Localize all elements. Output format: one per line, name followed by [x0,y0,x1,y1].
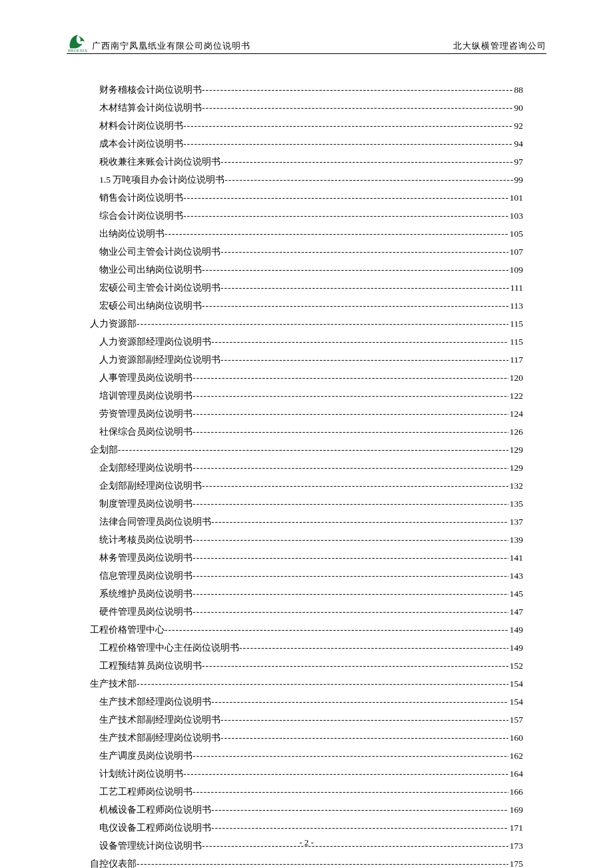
page-footer: - 2 - [0,837,613,848]
toc-entry: 综合会计岗位说明书 103 [90,207,523,225]
toc-entry: 宏硕公司出纳岗位说明书 113 [90,297,523,315]
toc-leader [165,621,508,639]
toc-entry: 人事管理员岗位说明书 120 [90,369,523,387]
toc-title: 税收兼往来账会计岗位说明书 [99,153,221,171]
toc-entry: 生产调度员岗位说明书 162 [90,747,523,765]
toc-leader [211,819,508,837]
toc-page-number: 92 [513,117,524,135]
toc-title: 成本会计岗位说明书 [99,135,183,153]
toc-title: 林务管理员岗位说明书 [99,549,193,567]
toc-title: 培训管理员岗位说明书 [99,387,193,405]
toc-leader [118,441,508,459]
page-number: - 2 - [299,837,314,847]
header-left: PHOENIX 广西南宁凤凰纸业有限公司岗位说明书 [67,33,251,52]
toc-entry: 计划统计岗位说明书 164 [90,765,523,783]
toc-leader [211,333,508,351]
toc-leader [193,549,508,567]
toc-page-number: 171 [508,819,523,837]
toc-entry: 企划部经理岗位说明书 129 [90,459,523,477]
toc-entry: 生产技术部经理岗位说明书 154 [90,693,523,711]
toc-title: 财务稽核会计岗位说明书 [99,81,202,99]
toc-title: 企划部 [90,441,118,459]
toc-page-number: 115 [508,315,523,333]
toc-title: 电仪设备工程师岗位说明书 [99,819,211,837]
toc-title: 社保综合员岗位说明书 [99,423,193,441]
toc-entry: 1.5 万吨项目办会计岗位说明书 99 [90,171,523,189]
toc-entry: 人力资源部 115 [90,315,523,333]
toc-title: 出纳岗位说明书 [99,225,165,243]
toc-title: 法律合同管理员岗位说明书 [99,513,211,531]
toc-leader [193,387,508,405]
toc-leader [202,477,508,495]
toc-entry: 自控仪表部 175 [90,855,523,868]
toc-page-number: 154 [508,675,523,693]
toc-page-number: 113 [508,297,523,315]
toc-leader [202,81,513,99]
toc-title: 材料会计岗位说明书 [99,117,183,135]
toc-entry: 人力资源部经理岗位说明书 115 [90,333,523,351]
toc-leader [193,495,508,513]
toc-entry: 财务稽核会计岗位说明书88 [90,81,523,99]
toc-page-number: 139 [508,531,523,549]
toc-entry: 法律合同管理员岗位说明书 137 [90,513,523,531]
header-right-title: 北大纵横管理咨询公司 [453,40,546,52]
toc-leader [211,513,508,531]
toc-entry: 工程价格管理中心主任岗位说明书 149 [90,639,523,657]
toc-title: 物业公司出纳岗位说明书 [99,261,202,279]
toc-leader [221,351,508,369]
toc-page-number: 147 [508,603,523,621]
toc-title: 生产技术部经理岗位说明书 [99,693,211,711]
toc-entry: 工程价格管理中心 149 [90,621,523,639]
toc-leader [193,585,508,603]
toc-leader [193,369,508,387]
toc-title: 工程价格管理中心主任岗位说明书 [99,639,239,657]
document-page: PHOENIX 广西南宁凤凰纸业有限公司岗位说明书 北大纵横管理咨询公司 财务稽… [0,0,613,868]
toc-page-number: 149 [508,639,523,657]
toc-leader [202,297,508,315]
toc-page-number: 154 [508,693,523,711]
toc-entry: 工艺工程师岗位说明书 166 [90,783,523,801]
toc-leader [221,243,508,261]
toc-page-number: 135 [508,495,523,513]
toc-page-number: 107 [508,243,523,261]
toc-entry: 木材结算会计岗位说明书90 [90,99,523,117]
toc-title: 物业公司主管会计岗位说明书 [99,243,221,261]
toc-entry: 机械设备工程师岗位说明书 169 [90,801,523,819]
toc-entry: 制度管理员岗位说明书 135 [90,495,523,513]
toc-title: 工程价格管理中心 [90,621,165,639]
toc-leader [137,855,508,868]
toc-page-number: 141 [508,549,523,567]
toc-page-number: 94 [513,135,524,153]
toc-entry: 企划部 129 [90,441,523,459]
phoenix-logo-icon: PHOENIX [67,33,89,52]
toc-leader [221,729,508,747]
toc-entry: 企划部副经理岗位说明书 132 [90,477,523,495]
toc-leader [193,747,508,765]
toc-entry: 统计考核员岗位说明书 139 [90,531,523,549]
toc-entry: 出纳岗位说明书 105 [90,225,523,243]
toc-page-number: 97 [513,153,524,171]
toc-page-number: 99 [513,171,524,189]
toc-page-number: 120 [508,369,523,387]
toc-title: 木材结算会计岗位说明书 [99,99,202,117]
toc-page-number: 132 [508,477,523,495]
toc-leader [165,225,508,243]
toc-entry: 销售会计岗位说明书 101 [90,189,523,207]
toc-title: 自控仪表部 [90,855,137,868]
toc-page-number: 162 [508,747,523,765]
toc-title: 销售会计岗位说明书 [99,189,183,207]
page-header: PHOENIX 广西南宁凤凰纸业有限公司岗位说明书 北大纵横管理咨询公司 [67,33,546,54]
table-of-contents: 财务稽核会计岗位说明书88木材结算会计岗位说明书90材料会计岗位说明书92成本会… [67,81,546,868]
toc-entry: 劳资管理员岗位说明书 124 [90,405,523,423]
toc-entry: 工程预结算员岗位说明书 152 [90,657,523,675]
toc-entry: 成本会计岗位说明书94 [90,135,523,153]
toc-leader [225,171,512,189]
toc-page-number: 105 [508,225,523,243]
toc-title: 计划统计岗位说明书 [99,765,183,783]
toc-title: 生产调度员岗位说明书 [99,747,193,765]
toc-leader [221,711,508,729]
toc-leader [193,405,508,423]
toc-leader [221,153,513,171]
toc-leader [193,783,508,801]
toc-entry: 信息管理员岗位说明书 143 [90,567,523,585]
